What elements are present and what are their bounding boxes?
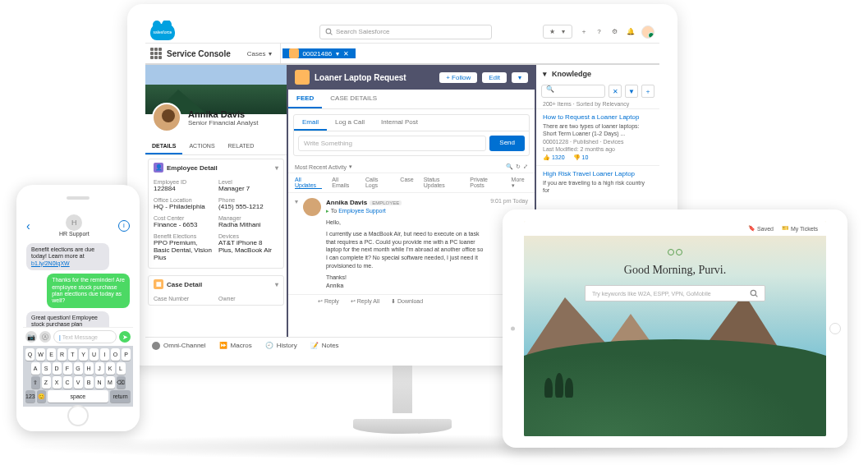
- knowledge-clear-button[interactable]: ✕: [609, 85, 622, 98]
- filter-all-emails[interactable]: All Emails: [332, 177, 356, 189]
- key-d[interactable]: D: [53, 362, 62, 375]
- portal-search-input[interactable]: Try keywords like W2A, ESPP, VPN, GoMobi…: [585, 285, 765, 301]
- reply-all-button[interactable]: ↩ Reply All: [351, 298, 379, 305]
- knowledge-article[interactable]: How to Request a Loaner Laptop There are…: [536, 108, 659, 165]
- key-s[interactable]: S: [42, 362, 51, 375]
- notes-button[interactable]: 📝Notes: [310, 342, 339, 349]
- composer-tab-log-call[interactable]: Log a Call: [327, 115, 373, 131]
- my-tickets-link[interactable]: 🎫 My Tickets: [782, 225, 818, 232]
- filter-all-updates[interactable]: All Updates: [295, 177, 322, 189]
- edit-button[interactable]: Edit: [482, 72, 507, 83]
- space-key[interactable]: space: [48, 390, 108, 403]
- close-icon[interactable]: ✕: [343, 50, 349, 58]
- send-button[interactable]: ➤: [119, 331, 131, 343]
- gear-icon[interactable]: ⚙: [610, 27, 619, 36]
- key-t[interactable]: T: [68, 348, 77, 361]
- macros-button[interactable]: ⏩Macros: [219, 342, 252, 349]
- apps-icon[interactable]: Ⓐ: [39, 331, 51, 343]
- key-r[interactable]: R: [57, 348, 67, 361]
- key-k[interactable]: K: [106, 362, 115, 375]
- subtab-actions[interactable]: ACTIONS: [182, 139, 221, 154]
- download-button[interactable]: ⬇ Download: [391, 298, 423, 305]
- feed-recipient[interactable]: Employee Support: [338, 208, 386, 214]
- composer-input[interactable]: Write Something: [298, 136, 486, 151]
- refresh-icon[interactable]: ↻: [516, 163, 521, 170]
- chevron-down-icon[interactable]: ▾: [295, 198, 298, 289]
- favorites-button[interactable]: ★ ▾: [543, 25, 572, 39]
- subtab-related[interactable]: RELATED: [222, 139, 261, 154]
- expand-icon[interactable]: ⤢: [523, 163, 528, 170]
- numbers-key[interactable]: 123: [25, 390, 35, 403]
- key-m[interactable]: M: [106, 376, 115, 389]
- chevron-down-icon[interactable]: ▾: [275, 281, 278, 288]
- key-b[interactable]: B: [85, 376, 94, 389]
- tab-case-details[interactable]: CASE DETAILS: [322, 90, 385, 108]
- add-icon[interactable]: ＋: [579, 27, 588, 36]
- key-l[interactable]: L: [117, 362, 126, 375]
- key-n[interactable]: N: [95, 376, 104, 389]
- knowledge-filter-button[interactable]: ▼: [625, 85, 638, 98]
- chevron-down-icon[interactable]: ▾: [275, 164, 278, 172]
- user-avatar[interactable]: [641, 25, 654, 39]
- saved-link[interactable]: 🔖 Saved: [748, 225, 774, 232]
- greeting-text: Good Morning, Purvi.: [524, 264, 826, 277]
- history-button[interactable]: 🕘History: [265, 342, 297, 349]
- key-z[interactable]: Z: [42, 376, 51, 389]
- global-search[interactable]: Search Salesforce: [319, 25, 492, 39]
- backspace-key[interactable]: ⌫: [117, 376, 126, 389]
- key-g[interactable]: G: [74, 362, 83, 375]
- key-o[interactable]: O: [111, 348, 120, 361]
- omni-channel-button[interactable]: Omni-Channel: [152, 342, 206, 350]
- home-button[interactable]: [829, 323, 841, 334]
- emoji-key[interactable]: 😊: [37, 390, 46, 403]
- key-a[interactable]: A: [31, 362, 40, 375]
- shift-key[interactable]: ⇧: [31, 376, 40, 389]
- bell-icon[interactable]: 🔔: [626, 27, 635, 36]
- subtab-details[interactable]: DETAILS: [145, 139, 182, 154]
- chevron-down-icon[interactable]: ▾: [543, 70, 547, 78]
- app-launcher-icon[interactable]: [150, 48, 162, 59]
- key-u[interactable]: U: [90, 348, 99, 361]
- key-x[interactable]: X: [53, 376, 62, 389]
- key-h[interactable]: H: [85, 362, 94, 375]
- knowledge-article[interactable]: High Risk Travel Loaner Laptop If you ar…: [536, 165, 659, 198]
- key-p[interactable]: P: [122, 348, 131, 361]
- key-w[interactable]: W: [36, 348, 45, 361]
- filter-more[interactable]: More ▾: [512, 177, 528, 189]
- key-y[interactable]: Y: [79, 348, 88, 361]
- follow-button[interactable]: + Follow: [439, 72, 477, 83]
- key-c[interactable]: C: [63, 376, 72, 389]
- tab-feed[interactable]: FEED: [288, 90, 322, 108]
- message-input[interactable]: |Text Message: [53, 330, 117, 343]
- send-button[interactable]: Send: [489, 136, 525, 151]
- help-icon[interactable]: ?: [595, 27, 604, 36]
- thumbs-up-count[interactable]: 👍 1320: [543, 154, 565, 161]
- key-v[interactable]: V: [74, 376, 83, 389]
- filter-case[interactable]: Case: [400, 177, 413, 189]
- key-i[interactable]: I: [100, 348, 109, 361]
- more-button[interactable]: ▾: [512, 72, 528, 83]
- knowledge-search-input[interactable]: 🔍: [541, 85, 605, 98]
- message-link[interactable]: b1.ly/2N0IqXW: [31, 260, 70, 266]
- key-f[interactable]: F: [63, 362, 72, 375]
- thumbs-down-count[interactable]: 👎 10: [573, 154, 589, 161]
- tablet-device: 🔖 Saved 🎫 My Tickets Good Morning, Purvi…: [503, 209, 847, 448]
- search-icon[interactable]: 🔍: [506, 163, 513, 170]
- key-e[interactable]: E: [47, 348, 56, 361]
- tab-cases[interactable]: Cases▾: [239, 44, 281, 63]
- return-key[interactable]: return: [110, 390, 131, 403]
- filter-calls[interactable]: Calls Logs: [365, 177, 390, 189]
- knowledge-add-button[interactable]: ＋: [641, 85, 654, 98]
- composer-tab-email[interactable]: Email: [294, 115, 327, 131]
- key-j[interactable]: J: [95, 362, 104, 375]
- filter-private[interactable]: Private Posts: [470, 177, 501, 189]
- tab-case-record[interactable]: 00021486 ▾ ✕: [282, 48, 356, 58]
- key-q[interactable]: Q: [25, 348, 34, 361]
- info-button[interactable]: i: [118, 220, 130, 232]
- home-button[interactable]: [67, 405, 89, 426]
- feed-sort[interactable]: Most Recent Activity: [295, 164, 347, 170]
- filter-status[interactable]: Status Updates: [424, 177, 461, 189]
- composer-tab-internal-post[interactable]: Internal Post: [373, 115, 426, 131]
- camera-icon[interactable]: 📷: [25, 331, 37, 343]
- reply-button[interactable]: ↩ Reply: [318, 298, 339, 305]
